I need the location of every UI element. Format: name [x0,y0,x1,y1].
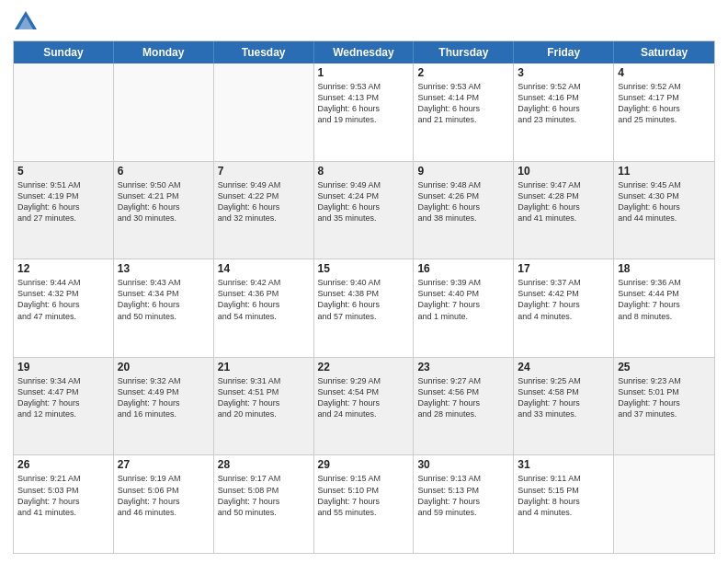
day-number: 27 [118,458,210,471]
page: SundayMondayTuesdayWednesdayThursdayFrid… [0,0,728,563]
calendar-cell: 31Sunrise: 9:11 AM Sunset: 5:15 PM Dayli… [514,455,614,553]
cell-info: Sunrise: 9:11 AM Sunset: 5:15 PM Dayligh… [518,473,609,518]
cell-info: Sunrise: 9:49 AM Sunset: 4:22 PM Dayligh… [218,179,310,224]
calendar-cell: 30Sunrise: 9:13 AM Sunset: 5:13 PM Dayli… [414,455,514,553]
cell-info: Sunrise: 9:27 AM Sunset: 4:56 PM Dayligh… [417,375,509,420]
cell-info: Sunrise: 9:15 AM Sunset: 5:10 PM Dayligh… [318,473,410,518]
calendar-cell: 19Sunrise: 9:34 AM Sunset: 4:47 PM Dayli… [14,358,114,455]
day-number: 10 [518,165,609,178]
day-number: 31 [518,458,609,471]
cell-info: Sunrise: 9:13 AM Sunset: 5:13 PM Dayligh… [417,473,509,518]
day-number: 8 [318,165,410,178]
cell-info: Sunrise: 9:47 AM Sunset: 4:28 PM Dayligh… [518,179,609,224]
cell-info: Sunrise: 9:32 AM Sunset: 4:49 PM Dayligh… [118,375,210,420]
day-number: 1 [318,66,410,79]
calendar-cell: 21Sunrise: 9:31 AM Sunset: 4:51 PM Dayli… [214,358,314,455]
calendar-row: 26Sunrise: 9:21 AM Sunset: 5:03 PM Dayli… [14,454,714,553]
calendar-cell [114,63,214,161]
day-number: 29 [318,458,410,471]
day-number: 3 [518,66,609,79]
cell-info: Sunrise: 9:52 AM Sunset: 4:16 PM Dayligh… [518,81,609,126]
cell-info: Sunrise: 9:45 AM Sunset: 4:30 PM Dayligh… [618,179,711,224]
day-number: 13 [118,262,210,275]
calendar-cell [214,63,314,161]
calendar-body: 1Sunrise: 9:53 AM Sunset: 4:13 PM Daylig… [14,63,714,553]
day-number: 25 [618,361,711,373]
day-number: 14 [218,262,310,275]
day-number: 2 [417,66,509,79]
cell-info: Sunrise: 9:39 AM Sunset: 4:40 PM Dayligh… [417,277,509,322]
header-day: Wednesday [314,41,415,63]
day-number: 19 [17,361,109,373]
calendar-cell: 11Sunrise: 9:45 AM Sunset: 4:30 PM Dayli… [614,162,714,259]
calendar-cell: 13Sunrise: 9:43 AM Sunset: 4:34 PM Dayli… [114,259,214,357]
calendar-cell [14,63,114,161]
header-day: Friday [514,41,614,63]
cell-info: Sunrise: 9:50 AM Sunset: 4:21 PM Dayligh… [118,179,210,224]
calendar-cell: 14Sunrise: 9:42 AM Sunset: 4:36 PM Dayli… [214,259,314,357]
calendar-cell [614,455,714,553]
header-day: Monday [114,41,214,63]
calendar-cell: 23Sunrise: 9:27 AM Sunset: 4:56 PM Dayli… [414,358,514,455]
day-number: 16 [417,262,509,275]
cell-info: Sunrise: 9:53 AM Sunset: 4:14 PM Dayligh… [417,81,509,126]
calendar-cell: 6Sunrise: 9:50 AM Sunset: 4:21 PM Daylig… [114,162,214,259]
cell-info: Sunrise: 9:44 AM Sunset: 4:32 PM Dayligh… [17,277,109,322]
cell-info: Sunrise: 9:21 AM Sunset: 5:03 PM Dayligh… [17,473,109,518]
day-number: 23 [417,361,509,373]
cell-info: Sunrise: 9:36 AM Sunset: 4:44 PM Dayligh… [618,277,711,322]
cell-info: Sunrise: 9:34 AM Sunset: 4:47 PM Dayligh… [17,375,109,420]
header [13,9,715,35]
calendar-cell: 15Sunrise: 9:40 AM Sunset: 4:38 PM Dayli… [314,259,415,357]
calendar-row: 5Sunrise: 9:51 AM Sunset: 4:19 PM Daylig… [14,161,714,259]
cell-info: Sunrise: 9:19 AM Sunset: 5:06 PM Dayligh… [118,473,210,518]
calendar-cell: 8Sunrise: 9:49 AM Sunset: 4:24 PM Daylig… [314,162,415,259]
header-day: Tuesday [214,41,314,63]
calendar-cell: 18Sunrise: 9:36 AM Sunset: 4:44 PM Dayli… [614,259,714,357]
cell-info: Sunrise: 9:48 AM Sunset: 4:26 PM Dayligh… [417,179,509,224]
header-day: Sunday [14,41,114,63]
day-number: 11 [618,165,711,178]
calendar-cell: 22Sunrise: 9:29 AM Sunset: 4:54 PM Dayli… [314,358,415,455]
day-number: 21 [218,361,310,373]
calendar: SundayMondayTuesdayWednesdayThursdayFrid… [13,40,715,554]
calendar-cell: 4Sunrise: 9:52 AM Sunset: 4:17 PM Daylig… [614,63,714,161]
day-number: 6 [118,165,210,178]
calendar-row: 19Sunrise: 9:34 AM Sunset: 4:47 PM Dayli… [14,357,714,455]
cell-info: Sunrise: 9:51 AM Sunset: 4:19 PM Dayligh… [17,179,109,224]
calendar-cell: 28Sunrise: 9:17 AM Sunset: 5:08 PM Dayli… [214,455,314,553]
calendar-cell: 9Sunrise: 9:48 AM Sunset: 4:26 PM Daylig… [414,162,514,259]
calendar-cell: 12Sunrise: 9:44 AM Sunset: 4:32 PM Dayli… [14,259,114,357]
day-number: 7 [218,165,310,178]
logo-icon [13,9,39,35]
cell-info: Sunrise: 9:37 AM Sunset: 4:42 PM Dayligh… [518,277,609,322]
calendar-cell: 17Sunrise: 9:37 AM Sunset: 4:42 PM Dayli… [514,259,614,357]
calendar-cell: 24Sunrise: 9:25 AM Sunset: 4:58 PM Dayli… [514,358,614,455]
cell-info: Sunrise: 9:31 AM Sunset: 4:51 PM Dayligh… [218,375,310,420]
day-number: 22 [318,361,410,373]
logo [13,9,42,35]
calendar-cell: 5Sunrise: 9:51 AM Sunset: 4:19 PM Daylig… [14,162,114,259]
cell-info: Sunrise: 9:49 AM Sunset: 4:24 PM Dayligh… [318,179,410,224]
calendar-row: 1Sunrise: 9:53 AM Sunset: 4:13 PM Daylig… [14,63,714,161]
day-number: 17 [518,262,609,275]
cell-info: Sunrise: 9:43 AM Sunset: 4:34 PM Dayligh… [118,277,210,322]
cell-info: Sunrise: 9:42 AM Sunset: 4:36 PM Dayligh… [218,277,310,322]
calendar-header: SundayMondayTuesdayWednesdayThursdayFrid… [14,41,714,63]
day-number: 20 [118,361,210,373]
day-number: 24 [518,361,609,373]
day-number: 9 [417,165,509,178]
day-number: 5 [17,165,109,178]
day-number: 30 [417,458,509,471]
header-day: Saturday [614,41,714,63]
calendar-row: 12Sunrise: 9:44 AM Sunset: 4:32 PM Dayli… [14,259,714,357]
day-number: 26 [17,458,109,471]
day-number: 15 [318,262,410,275]
cell-info: Sunrise: 9:25 AM Sunset: 4:58 PM Dayligh… [518,375,609,420]
calendar-cell: 20Sunrise: 9:32 AM Sunset: 4:49 PM Dayli… [114,358,214,455]
calendar-cell: 1Sunrise: 9:53 AM Sunset: 4:13 PM Daylig… [314,63,415,161]
cell-info: Sunrise: 9:52 AM Sunset: 4:17 PM Dayligh… [618,81,711,126]
day-number: 12 [17,262,109,275]
cell-info: Sunrise: 9:29 AM Sunset: 4:54 PM Dayligh… [318,375,410,420]
cell-info: Sunrise: 9:40 AM Sunset: 4:38 PM Dayligh… [318,277,410,322]
